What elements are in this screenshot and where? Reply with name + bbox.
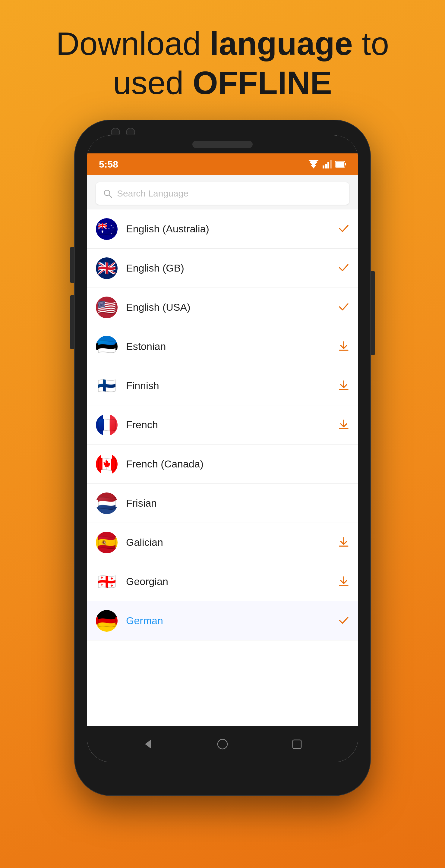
download-icon[interactable] xyxy=(338,536,349,549)
flag-8: 🇪🇸 xyxy=(96,532,118,553)
search-icon xyxy=(103,189,112,198)
language-name: English (GB) xyxy=(126,262,338,274)
flag-5: 🇫🇷 xyxy=(96,414,118,436)
language-item-english--australia-[interactable]: 🇦🇺English (Australia) xyxy=(87,210,358,249)
svg-line-11 xyxy=(109,195,112,197)
language-name: Estonian xyxy=(126,341,338,352)
flag-2: 🇺🇸 xyxy=(96,297,118,318)
language-name: French (Canada) xyxy=(126,458,349,470)
search-container: Search Language xyxy=(87,175,358,210)
status-icons xyxy=(308,160,346,168)
bottom-navigation xyxy=(87,726,358,762)
language-item-finnish[interactable]: 🇫🇮Finnish xyxy=(87,366,358,405)
search-placeholder: Search Language xyxy=(117,188,188,198)
language-name: English (Australia) xyxy=(126,223,338,235)
status-time: 5:58 xyxy=(99,159,118,170)
recents-button[interactable] xyxy=(288,735,306,753)
language-item-galician[interactable]: 🇪🇸Galician xyxy=(87,523,358,562)
flag-10: 🇩🇪 xyxy=(96,610,118,632)
checkmark-icon[interactable] xyxy=(338,262,349,274)
status-bar: 5:58 xyxy=(87,153,358,175)
flag-6: 🇨🇦 xyxy=(96,453,118,475)
language-name: English (USA) xyxy=(126,301,338,313)
download-icon[interactable] xyxy=(338,576,349,588)
flag-1: 🇬🇧 xyxy=(96,257,118,279)
wifi-icon xyxy=(308,160,319,168)
svg-rect-3 xyxy=(323,165,324,168)
svg-rect-5 xyxy=(327,162,329,168)
flag-4: 🇫🇮 xyxy=(96,375,118,397)
language-item-estonian[interactable]: 🇪🇪Estonian xyxy=(87,327,358,366)
flag-0: 🇦🇺 xyxy=(96,218,118,240)
language-item-french[interactable]: 🇫🇷French xyxy=(87,405,358,444)
back-button[interactable] xyxy=(139,735,157,753)
language-item-frisian[interactable]: 🇳🇱Frisian xyxy=(87,484,358,523)
language-item-french--canada-[interactable]: 🇨🇦French (Canada) xyxy=(87,444,358,484)
language-name: French xyxy=(126,419,338,431)
language-name: German xyxy=(126,615,338,627)
phone-shell: 5:58 xyxy=(75,120,370,795)
flag-3: 🇪🇪 xyxy=(96,336,118,358)
volume-up-button xyxy=(70,247,74,283)
battery-icon xyxy=(335,161,346,168)
svg-rect-8 xyxy=(345,163,346,165)
phone-mockup: 5:58 xyxy=(75,120,370,813)
download-icon[interactable] xyxy=(338,380,349,392)
svg-rect-9 xyxy=(336,162,344,167)
language-item-english--usa-[interactable]: 🇺🇸English (USA) xyxy=(87,288,358,327)
signal-icon xyxy=(323,160,332,168)
svg-point-23 xyxy=(218,739,227,749)
checkmark-icon[interactable] xyxy=(338,615,349,627)
speaker-grille xyxy=(192,141,253,148)
svg-marker-22 xyxy=(145,740,151,749)
flag-9: 🇬🇪 xyxy=(96,571,118,592)
svg-rect-6 xyxy=(330,160,332,168)
language-name: Frisian xyxy=(126,497,349,509)
headline-text: Download language to used OFFLINE xyxy=(56,25,389,101)
search-bar[interactable]: Search Language xyxy=(96,182,349,205)
svg-rect-24 xyxy=(293,740,301,748)
phone-screen: 5:58 xyxy=(87,135,358,762)
checkmark-icon[interactable] xyxy=(338,223,349,235)
language-item-german[interactable]: 🇩🇪German xyxy=(87,601,358,641)
home-button[interactable] xyxy=(213,735,232,753)
svg-rect-4 xyxy=(325,164,327,168)
language-list[interactable]: 🇦🇺English (Australia)🇬🇧English (GB)🇺🇸Eng… xyxy=(87,210,358,726)
download-icon[interactable] xyxy=(338,419,349,431)
language-name: Georgian xyxy=(126,576,338,587)
flag-7: 🇳🇱 xyxy=(96,493,118,514)
language-item-georgian[interactable]: 🇬🇪Georgian xyxy=(87,562,358,601)
phone-top-bar xyxy=(87,135,358,153)
checkmark-icon[interactable] xyxy=(338,301,349,313)
volume-down-button xyxy=(70,295,74,349)
language-item-english--gb-[interactable]: 🇬🇧English (GB) xyxy=(87,249,358,288)
language-name: Finnish xyxy=(126,380,338,392)
headline: Download language to used OFFLINE xyxy=(38,24,407,102)
screen-content: 5:58 xyxy=(87,153,358,762)
language-name: Galician xyxy=(126,536,338,548)
download-icon[interactable] xyxy=(338,341,349,352)
